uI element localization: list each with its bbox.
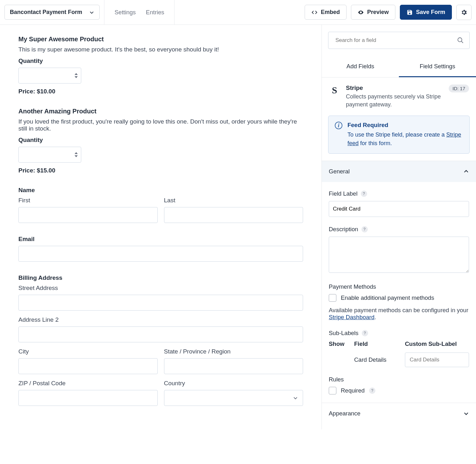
save-label: Save Form [416,9,445,16]
preview-button[interactable]: Preview [351,5,395,20]
product-field-1[interactable]: My Super Awesome Product This is my supe… [18,36,303,95]
nav-entries[interactable]: Entries [146,9,164,16]
help-icon[interactable]: ? [362,330,368,336]
zip-input[interactable] [18,390,158,406]
sub-labels-label: Sub-Labels ? [329,330,469,337]
street-input[interactable] [18,295,303,311]
product-2-qty-label: Quantity [18,137,303,144]
product-2-price: Price: $15.00 [18,167,303,174]
product-1-qty-input[interactable] [18,68,81,84]
product-1-qty-label: Quantity [18,57,303,64]
field-id-badge: ID: 17 [449,84,469,92]
field-desc: Collects payments securely via Stripe pa… [346,93,443,109]
nav-settings[interactable]: Settings [115,9,136,16]
country-label: Country [164,380,303,387]
product-2-title: Another Amazing Product [18,108,303,115]
zip-label: ZIP / Postal Code [18,380,158,387]
stepper-arrows[interactable] [74,73,78,78]
last-label: Last [164,197,303,204]
sublabel-row-card-details: Card Details [329,353,469,367]
accordion-general-header[interactable]: General [322,161,476,182]
billing-address-field[interactable]: Billing Address Street Address Address L… [18,274,303,406]
tab-add-fields[interactable]: Add Fields [322,57,399,77]
chevron-down-icon [463,411,469,416]
accordion-general: General Field Label ? Description ? [322,161,476,403]
notice-title: Feed Required [347,122,463,129]
tab-field-settings[interactable]: Field Settings [399,57,476,77]
product-1-title: My Super Awesome Product [18,36,303,43]
help-icon[interactable]: ? [361,191,367,197]
product-1-desc: This is my super awesome product. It's t… [18,46,303,53]
line2-label: Address Line 2 [18,316,303,323]
country-select[interactable] [164,390,303,406]
rules-label: Rules [329,376,469,383]
product-2-qty-input[interactable] [18,147,81,163]
email-field[interactable]: Email [18,236,303,262]
save-button[interactable]: Save Form [400,5,452,20]
eye-icon [358,9,364,16]
required-checkbox[interactable] [329,387,336,394]
card-details-field-label: Card Details [354,356,399,363]
line2-input[interactable] [18,326,303,342]
city-input[interactable] [18,358,158,374]
feed-required-notice: i Feed Required To use the Stripe field,… [328,116,470,154]
card-details-sublabel-input[interactable] [405,353,469,367]
settings-gear-button[interactable] [456,5,472,20]
product-field-2[interactable]: Another Amazing Product If you loved the… [18,108,303,174]
street-label: Street Address [18,285,303,292]
save-icon [407,9,413,16]
billing-label: Billing Address [18,274,303,281]
form-selector-dropdown[interactable]: Bancontact Payment Form [4,5,100,20]
description-label: Description ? [329,226,469,233]
stripe-dashboard-link[interactable]: Stripe Dashboard [329,314,374,320]
code-icon [311,9,318,16]
email-label: Email [18,236,303,243]
product-1-price: Price: $10.00 [18,88,303,95]
chevron-up-icon [463,169,469,174]
stripe-icon: S [329,84,340,96]
required-label: Required [341,387,365,394]
topbar: Bancontact Payment Form Settings Entries… [0,0,476,25]
form-canvas: My Super Awesome Product This is my supe… [0,25,322,429]
embed-button[interactable]: Embed [305,5,347,20]
search-icon [457,37,464,44]
appearance-title: Appearance [329,410,360,417]
field-header: S Stripe Collects payments securely via … [322,77,476,109]
help-icon[interactable]: ? [361,226,368,232]
svg-point-0 [360,12,361,13]
product-2-desc: If you loved the first product, you're r… [18,118,303,132]
first-name-input[interactable] [18,207,158,223]
enable-additional-checkbox[interactable] [329,294,336,302]
preview-label: Preview [367,9,389,16]
first-label: First [18,197,158,204]
last-name-input[interactable] [164,207,303,223]
chevron-down-icon [89,10,94,15]
help-icon[interactable]: ? [369,387,375,394]
stepper-arrows[interactable] [74,152,78,157]
divider [174,0,175,25]
search-input[interactable] [328,32,470,49]
email-input[interactable] [18,246,303,262]
field-label-label: Field Label ? [329,190,469,197]
nav-links: Settings Entries [109,9,170,16]
name-label: Name [18,187,303,194]
state-input[interactable] [164,358,303,374]
form-selector-label: Bancontact Payment Form [10,9,82,16]
accordion-appearance-header[interactable]: Appearance [322,403,476,424]
svg-point-1 [458,38,462,42]
embed-label: Embed [321,9,340,16]
city-label: City [18,348,158,355]
sidebar-tabs: Add Fields Field Settings [322,57,476,77]
general-title: General [329,168,350,175]
field-label-input[interactable] [329,201,469,217]
payment-methods-label: Payment Methods [329,283,469,290]
enable-additional-label: Enable additional payment methods [341,294,434,301]
sublabel-header: Show Field Custom Sub-Label [329,340,469,347]
available-methods-text: Available payment methods can be configu… [329,307,469,321]
main: My Super Awesome Product This is my supe… [0,25,476,429]
field-title: Stripe [346,84,443,91]
sidebar: Add Fields Field Settings S Stripe Colle… [322,25,476,429]
description-textarea[interactable] [329,237,469,273]
name-field[interactable]: Name First Last [18,187,303,223]
gear-icon [460,9,467,16]
